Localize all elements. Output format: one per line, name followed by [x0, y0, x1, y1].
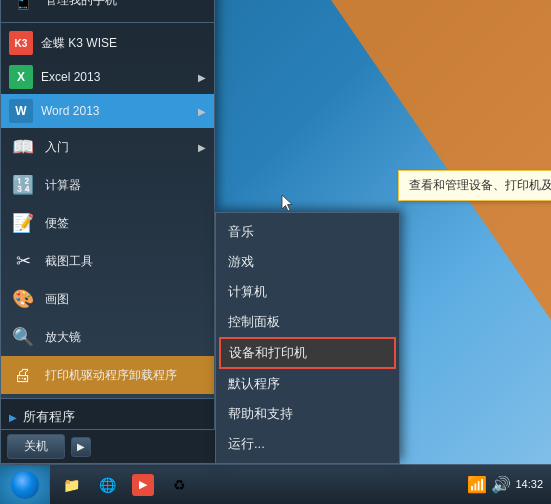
- menu-item-label: 金蝶 K3 WISE: [41, 35, 206, 52]
- folder-icon: 📁: [60, 474, 82, 496]
- submenu-item-label: 运行...: [228, 435, 265, 453]
- menu-item-k3wise[interactable]: K3 金蝶 K3 WISE: [1, 26, 214, 60]
- clock-time: 14:32: [515, 477, 543, 491]
- submenu-item-defaults[interactable]: 默认程序: [216, 369, 399, 399]
- submenu: 音乐 游戏 计算机 控制面板 设备和打印机 默认程序 帮助和支持 运行...: [215, 212, 400, 464]
- menu-item-label: 入门: [45, 139, 198, 156]
- start-menu: 🖥 远程桌面连接 ▶ 📱 管理我的手机 K3 金蝶 K3 WISE X Exce…: [0, 0, 215, 464]
- menu-item-snip[interactable]: ✂ 截图工具: [1, 242, 214, 280]
- menu-item-sticky[interactable]: 📝 便签: [1, 204, 214, 242]
- submenu-item-help[interactable]: 帮助和支持: [216, 399, 399, 429]
- menu-item-printer[interactable]: 🖨 打印机驱动程序卸载程序: [1, 356, 214, 394]
- submenu-item-label: 控制面板: [228, 313, 280, 331]
- excel-icon: X: [9, 65, 33, 89]
- volume-icon: 🔊: [491, 475, 511, 494]
- taskbar-item-recycle[interactable]: ♻: [162, 469, 196, 501]
- shutdown-button[interactable]: 关机: [7, 434, 65, 459]
- recycle-icon: ♻: [168, 474, 190, 496]
- magnifier-icon: 🔍: [9, 323, 37, 351]
- start-menu-pinned: 🖥 远程桌面连接 ▶ 📱 管理我的手机 K3 金蝶 K3 WISE X Exce…: [1, 0, 214, 398]
- menu-item-phone[interactable]: 📱 管理我的手机: [1, 0, 214, 19]
- menu-divider: [1, 22, 214, 23]
- submenu-item-label: 游戏: [228, 253, 254, 271]
- calc-icon: 🔢: [9, 171, 37, 199]
- menu-item-label: 管理我的手机: [45, 0, 206, 9]
- menu-item-excel[interactable]: X Excel 2013 ▶: [1, 60, 214, 94]
- menu-item-label: Excel 2013: [41, 70, 198, 84]
- menu-item-magnifier[interactable]: 🔍 放大镜: [1, 318, 214, 356]
- submenu-item-label: 默认程序: [228, 375, 280, 393]
- phone-icon: 📱: [9, 0, 37, 14]
- printer-icon: 🖨: [9, 361, 37, 389]
- windows-orb: [10, 470, 40, 500]
- menu-item-label: 放大镜: [45, 329, 206, 346]
- submenu-item-label: 计算机: [228, 283, 267, 301]
- word-icon: W: [9, 99, 33, 123]
- browser-icon: 🌐: [96, 474, 118, 496]
- taskbar: 📁 🌐 ▶ ♻ 📶 🔊 14:32: [0, 464, 551, 504]
- submenu-item-games[interactable]: 游戏: [216, 247, 399, 277]
- arrow-icon: ▶: [198, 106, 206, 117]
- submenu-item-control[interactable]: 控制面板: [216, 307, 399, 337]
- taskbar-item-browser[interactable]: 🌐: [90, 469, 124, 501]
- submenu-item-label: 音乐: [228, 223, 254, 241]
- menu-item-word[interactable]: W Word 2013 ▶: [1, 94, 214, 128]
- k3wise-icon: K3: [9, 31, 33, 55]
- tooltip: 查看和管理设备、打印机及打印作业: [398, 170, 551, 201]
- shutdown-arrow-button[interactable]: ▶: [71, 437, 91, 457]
- start-button[interactable]: [0, 465, 50, 505]
- taskbar-item-media[interactable]: ▶: [126, 469, 160, 501]
- submenu-item-label: 设备和打印机: [229, 344, 307, 362]
- menu-item-intro[interactable]: 📖 入门 ▶: [1, 128, 214, 166]
- taskbar-tray: 📶 🔊 14:32: [459, 465, 551, 504]
- taskbar-clock: 14:32: [515, 477, 543, 491]
- snip-icon: ✂: [9, 247, 37, 275]
- taskbar-item-folder[interactable]: 📁: [54, 469, 88, 501]
- menu-item-label: 画图: [45, 291, 206, 308]
- media-icon: ▶: [132, 474, 154, 496]
- arrow-icon: ▶: [198, 142, 206, 153]
- sticky-icon: 📝: [9, 209, 37, 237]
- network-icon: 📶: [467, 475, 487, 494]
- submenu-item-run[interactable]: 运行...: [216, 429, 399, 459]
- submenu-item-music[interactable]: 音乐: [216, 217, 399, 247]
- triangle-icon: ▶: [9, 412, 17, 423]
- menu-item-label: 截图工具: [45, 253, 206, 270]
- menu-item-label: 便签: [45, 215, 206, 232]
- all-programs-label: 所有程序: [23, 408, 75, 426]
- menu-item-label: 打印机驱动程序卸载程序: [45, 367, 206, 384]
- menu-item-calc[interactable]: 🔢 计算器: [1, 166, 214, 204]
- arrow-icon: ▶: [198, 72, 206, 83]
- menu-item-label: Word 2013: [41, 104, 198, 118]
- submenu-item-label: 帮助和支持: [228, 405, 293, 423]
- paint-icon: 🎨: [9, 285, 37, 313]
- menu-item-paint[interactable]: 🎨 画图: [1, 280, 214, 318]
- taskbar-items: 📁 🌐 ▶ ♻: [50, 465, 459, 504]
- submenu-item-devices[interactable]: 设备和打印机: [219, 337, 396, 369]
- shutdown-area: 关机 ▶: [1, 429, 216, 463]
- all-programs-button[interactable]: ▶ 所有程序: [1, 403, 214, 431]
- intro-icon: 📖: [9, 133, 37, 161]
- tooltip-text: 查看和管理设备、打印机及打印作业: [409, 178, 551, 192]
- submenu-item-computer[interactable]: 计算机: [216, 277, 399, 307]
- menu-item-label: 计算器: [45, 177, 206, 194]
